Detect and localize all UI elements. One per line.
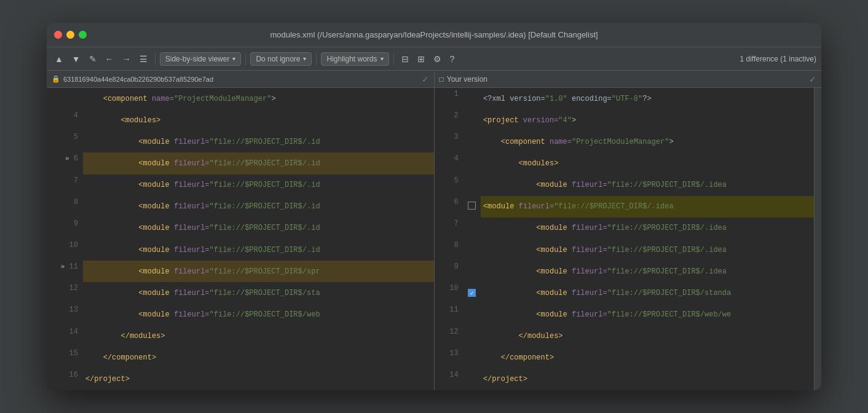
checkbox-cell (464, 109, 481, 131)
checkbox-cell[interactable] (464, 196, 481, 218)
line-number: 10 (435, 282, 464, 304)
table-row: 1 <?xml version="1.0" encoding="UTF-8"?> (435, 88, 822, 109)
filter-button[interactable]: ⊟ (398, 52, 412, 66)
nav-up-button[interactable]: ▲ (52, 52, 66, 66)
checkbox-cell (464, 131, 481, 152)
help-button[interactable]: ? (447, 52, 458, 66)
separator-4 (393, 53, 394, 65)
checkbox-cell (464, 369, 481, 390)
line-content: <module fileurl="file://$PROJECT_DIR$/.i… (83, 131, 434, 152)
table-row: 14 </modules> (47, 326, 434, 347)
line-content: </component> (481, 347, 821, 369)
table-row: 8 <module fileurl="file://$PROJECT_DIR$/… (435, 239, 822, 261)
left-code-area[interactable]: <component name="ProjectModuleManager"> … (47, 88, 434, 390)
line-content: <module fileurl="file://$PROJECT_DIR$/.i… (83, 152, 434, 174)
right-code-area[interactable]: 1 <?xml version="1.0" encoding="UTF-8"?>… (435, 88, 822, 390)
line-number: 5 (47, 131, 83, 152)
line-number: 10 (47, 239, 83, 261)
titlebar: modules.xml (/Users/anna.gasparyan/IdeaP… (47, 23, 821, 47)
table-row: 12 </modules> (435, 326, 822, 347)
main-window: modules.xml (/Users/anna.gasparyan/IdeaP… (47, 23, 821, 390)
right-panel: □ Your version ✓ 1 <?xml version="1.0" e… (435, 71, 822, 390)
line-content: <modules> (83, 109, 434, 131)
highlight-dropdown[interactable]: Highlight words ▾ (321, 52, 389, 66)
line-number: 7 (435, 218, 464, 239)
table-row: 9 <module fileurl="file://$PROJECT_DIR$/… (435, 261, 822, 282)
separator-3 (316, 53, 317, 65)
checkbox-cell (464, 88, 481, 109)
line-content: <module fileurl="file://$PROJECT_DIR$/.i… (481, 261, 821, 282)
columns-button[interactable]: ⊞ (414, 52, 428, 66)
table-row: 5 <module fileurl="file://$PROJECT_DIR$/… (435, 175, 822, 196)
line-number: 8 (47, 196, 83, 218)
line-content: <?xml version="1.0" encoding="UTF-8"?> (481, 88, 821, 109)
table-row: 5 <module fileurl="file://$PROJECT_DIR$/… (47, 131, 434, 152)
separator-2 (245, 53, 246, 65)
line-number: 14 (435, 369, 464, 390)
table-row: 4 <modules> (47, 109, 434, 131)
traffic-lights (54, 31, 87, 39)
table-row: 16 </project> (47, 369, 434, 390)
highlight-label: Highlight words (326, 55, 377, 63)
checkbox-cell (464, 304, 481, 325)
highlight-arrow-icon: ▾ (381, 55, 384, 62)
viewer-arrow-icon: ▾ (232, 55, 235, 62)
right-scrollbar[interactable] (814, 88, 821, 390)
back-button[interactable]: ← (102, 52, 117, 66)
checkbox-cell (464, 239, 481, 261)
table-row: 3 <component name="ProjectModuleManager"… (435, 131, 822, 152)
table-row: <component name="ProjectModuleManager"> (47, 88, 434, 109)
line-number: 12 (47, 282, 83, 304)
content-area: 🔒 631816940a44e824ca0b226290b537a85290e7… (47, 71, 821, 390)
line-content: </project> (481, 369, 821, 390)
minimize-button[interactable] (66, 31, 74, 39)
arrow-marker: » (61, 263, 65, 270)
line-content: <project version="4"> (481, 109, 821, 131)
forward-button[interactable]: → (119, 52, 134, 66)
line-number: 4 (47, 109, 83, 131)
table-row: 7 <module fileurl="file://$PROJECT_DIR$/… (47, 175, 434, 196)
checkbox-cell (464, 347, 481, 369)
line-number (47, 88, 83, 109)
table-row: 14 </project> (435, 369, 822, 390)
your-version-label: Your version (447, 75, 487, 84)
include-checkbox[interactable] (468, 202, 476, 210)
line-content: <module fileurl="file://$PROJECT_DIR$/.i… (481, 218, 821, 239)
line-content: <module fileurl="file://$PROJECT_DIR$/.i… (83, 239, 434, 261)
settings-lines-button[interactable]: ☰ (136, 52, 151, 66)
table-row: 10 <module fileurl="file://$PROJECT_DIR$… (47, 239, 434, 261)
left-panel: 🔒 631816940a44e824ca0b226290b537a85290e7… (47, 71, 434, 390)
line-number: 13 (47, 304, 83, 325)
line-number: 2 (435, 109, 464, 131)
line-number: 13 (435, 347, 464, 369)
maximize-button[interactable] (79, 31, 87, 39)
edit-button[interactable]: ✎ (86, 52, 100, 66)
include-checkbox-checked[interactable]: ✓ (468, 289, 476, 297)
line-number: 9 (47, 218, 83, 239)
ignore-dropdown[interactable]: Do not ignore ▾ (250, 52, 312, 66)
checkbox-cell (464, 152, 481, 174)
line-content: <module fileurl="file://$PROJECT_DIR$/we… (83, 304, 434, 325)
line-content: <module fileurl="file://$PROJECT_DIR$/sp… (83, 261, 434, 282)
line-content: <module fileurl="file://$PROJECT_DIR$/.i… (481, 175, 821, 196)
line-content: </modules> (481, 326, 821, 347)
line-content: </project> (83, 369, 434, 390)
line-number: 5 (435, 175, 464, 196)
table-row: 13 <module fileurl="file://$PROJECT_DIR$… (47, 304, 434, 325)
nav-down-button[interactable]: ▼ (69, 52, 84, 66)
window-title: modules.xml (/Users/anna.gasparyan/IdeaP… (270, 30, 598, 39)
line-content: <module fileurl="file://$PROJECT_DIR$/.i… (83, 175, 434, 196)
close-button[interactable] (54, 31, 62, 39)
viewer-dropdown[interactable]: Side-by-side viewer ▾ (160, 52, 242, 66)
gear-button[interactable]: ⚙ (430, 52, 444, 66)
line-number: 6 (435, 196, 464, 218)
checkbox-cell[interactable]: ✓ (464, 282, 481, 304)
checkbox-cell (464, 326, 481, 347)
lock-icon: 🔒 (52, 75, 60, 83)
line-content: <component name="ProjectModuleManager"> (83, 88, 434, 109)
table-row: » 11 <module fileurl="file://$PROJECT_DI… (47, 261, 434, 282)
toolbar: ▲ ▼ ✎ ← → ☰ Side-by-side viewer ▾ Do not… (47, 47, 821, 71)
line-number: 15 (47, 347, 83, 369)
line-content: </component> (83, 347, 434, 369)
table-row: 8 <module fileurl="file://$PROJECT_DIR$/… (47, 196, 434, 218)
